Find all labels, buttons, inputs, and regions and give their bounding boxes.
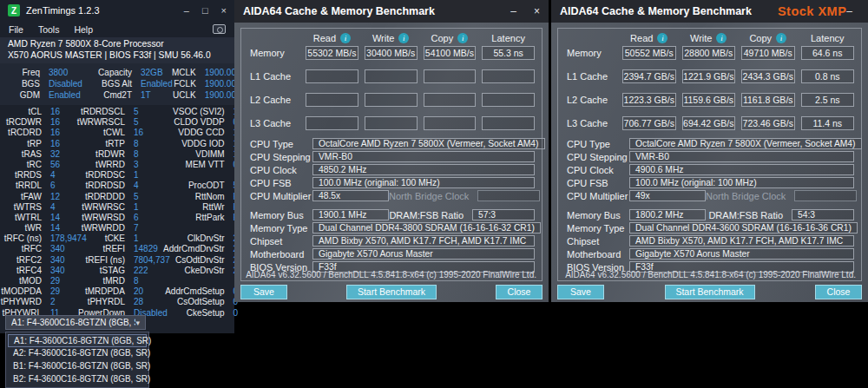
benchmark-value-box [306, 116, 358, 130]
timing-label: tCKE [80, 233, 125, 244]
summary-label: FCLK [172, 78, 196, 89]
timing-value: 16 [42, 107, 80, 117]
timing-label: RttPark [163, 213, 225, 223]
close-icon[interactable]: × [221, 5, 227, 16]
minimize-icon[interactable]: – [846, 5, 852, 17]
info-row: MotherboardGigabyte X570 Aorus Master [565, 248, 854, 260]
save-button[interactable]: Save [557, 285, 604, 299]
timing-value: 4 [42, 170, 80, 181]
benchmark-row: L1 Cache2394.7 GB/s1221.9 GB/s2434.3 GB/… [565, 69, 854, 83]
timing-label: VDIMM [163, 149, 225, 160]
summary-value: Disabled [40, 78, 89, 89]
close-button[interactable]: Close [496, 285, 542, 299]
timing-label: CkeSetup [163, 308, 225, 319]
info-icon[interactable]: i [457, 33, 468, 43]
timing-value: 8 [125, 149, 163, 160]
zentimings-titlebar: Z ZenTimings 1.2.3 – □ × [0, 0, 234, 21]
info-value-box: AMD Bixby X570, AMD K17.7 FCH, AMD K17.7… [312, 235, 535, 247]
memory-summary-grid: Freq3800Capacity32GBMCLK1900.00BGSDisabl… [0, 63, 234, 105]
dram-slot-option[interactable]: B1: F4-3600C16-8GTZN (8GB, SR) [8, 359, 147, 372]
benchmark-value-box: 50552 MB/s [622, 46, 676, 60]
benchmark-row-label: Memory [565, 48, 622, 58]
start-benchmark-button[interactable]: Start Benchmark [665, 285, 755, 299]
benchmark-value-boxes: 55302 MB/s30400 MB/s54100 MB/s55.3 ns [306, 46, 535, 60]
info-row-label: Chipset [565, 236, 629, 247]
dram-slot-option[interactable]: B2: F4-3600C16-8GTZN (8GB, SR) [8, 372, 147, 385]
info-icon[interactable]: i [776, 33, 786, 43]
dram-slot-dropdown: A1: F4-3600C16-8GTZN (8GB, SR)A2: F4-360… [5, 332, 149, 388]
timing-label: tFAW [5, 192, 42, 202]
benchmark-value-box: 2394.7 GB/s [622, 69, 676, 83]
benchmark-panel: ReadiWriteiCopyiLatency Memory50552 MB/s… [557, 28, 862, 281]
timing-label: tREFI (ns) [80, 255, 125, 266]
benchmark-rows: Memory55302 MB/s30400 MB/s54100 MB/s55.3… [248, 46, 535, 130]
info-row-label: CPU Type [565, 139, 629, 149]
info-icon[interactable]: i [716, 33, 727, 43]
start-benchmark-button[interactable]: Start Benchmark [346, 285, 437, 299]
timing-label: CLDO VDDP [163, 117, 225, 128]
minimize-icon[interactable]: – [510, 5, 516, 17]
zentimings-window-title: ZenTimings 1.2.3 [26, 5, 178, 16]
benchmark-row: L3 Cache706.77 GB/s694.42 GB/s723.46 GB/… [565, 116, 854, 130]
summary-label: MCLK [172, 67, 196, 78]
menu-help[interactable]: Help [74, 24, 93, 35]
bench-column-label: Read [630, 33, 653, 43]
close-button[interactable]: Close [815, 285, 862, 299]
timing-label: tMRDPDA [80, 286, 125, 297]
dram-slot-select[interactable]: A1: F4-3600C16-8GTZN (8GB, SR) ▾ [5, 315, 146, 330]
benchmark-column-headers: ReadiWriteiCopyiLatency [306, 32, 535, 43]
timing-value: 16 [42, 117, 80, 128]
chevron-down-icon: ▾ [135, 319, 140, 327]
timing-label: tRRDL [5, 181, 42, 191]
timing-value: 14829 [125, 244, 163, 254]
benchmark-value-box: 54100 MB/s [424, 46, 477, 60]
benchmark-value-box: 2.5 ns [801, 93, 855, 107]
save-button[interactable]: Save [240, 285, 287, 299]
menu-file[interactable]: File [9, 24, 23, 35]
timing-value: 178,9474 [42, 233, 80, 244]
info-row: Memory Bus1900.1 MHzDRAM:FSB Ratio57:3 [248, 209, 535, 220]
bench-column-header: Latency [482, 33, 535, 43]
close-icon[interactable]: × [534, 5, 540, 17]
info-value-box: VMR-B0 [629, 151, 854, 162]
benchmark-value-box: 694.42 GB/s [682, 116, 736, 130]
dram-slot-option[interactable]: A2: F4-3600C16-8GTZN (8GB, SR) [8, 347, 147, 360]
version-footer: AIDA64 v6.32.5600 / BenchDLL 4.5.841.8-x… [565, 270, 856, 279]
benchmark-value-boxes: 2394.7 GB/s1221.9 GB/s2434.3 GB/s0.8 ns [622, 69, 854, 83]
minimize-icon[interactable]: – [184, 5, 189, 16]
timing-label: tMRD [80, 276, 125, 286]
info-row: Memory TypeDual Channel DDR4-3800 SDRAM … [248, 222, 535, 233]
screenshot-icon[interactable] [213, 24, 226, 34]
info-secondary-label: DRAM:FSB Ratio [389, 210, 472, 220]
dram-slot-option[interactable]: A1: F4-3600C16-8GTZN (8GB, SR) [8, 334, 147, 347]
benchmark-value-box: 1221.9 GB/s [682, 69, 736, 83]
timing-value: 1 [125, 233, 163, 244]
timing-value: 29 [42, 276, 80, 286]
stock-xmp-label: Stock XMP [778, 4, 846, 18]
timing-label: ProcODT [163, 181, 225, 191]
info-icon[interactable]: i [340, 33, 351, 43]
menu-tools[interactable]: Tools [38, 24, 60, 35]
info-row-label: CPU FSB [565, 178, 629, 188]
bench-column-label: Latency [811, 33, 845, 43]
info-row: ChipsetAMD Bixby X570, AMD K17.7 FCH, AM… [565, 235, 854, 247]
timing-value: 4 [125, 181, 163, 191]
info-row-label: CPU Stepping [565, 152, 629, 162]
summary-label: Freq [5, 67, 40, 78]
timing-label: tWTRL [5, 213, 42, 223]
timing-value: 20 [125, 286, 163, 297]
info-row: Memory Bus1800.2 MHzDRAM:FSB Ratio54:3 [565, 209, 854, 220]
info-secondary-value-box: 57:3 [472, 209, 535, 220]
info-row: CPU Clock4850.2 MHz [248, 164, 535, 175]
benchmark-row: Memory50552 MB/s28800 MB/s49710 MB/s64.6… [565, 46, 854, 60]
timing-label: tRP [5, 139, 42, 149]
benchmark-value-box: 55.3 ns [482, 46, 535, 60]
timing-label [163, 276, 225, 286]
memory-timings-grid: tCL16tRDRDSCL5VSOC (SVI2)1.0813VtRCDWR16… [0, 105, 234, 319]
benchmark-value-box [482, 69, 535, 83]
benchmark-rows: Memory50552 MB/s28800 MB/s49710 MB/s64.6… [565, 46, 854, 130]
timing-label: tRDRDSD [80, 181, 125, 191]
maximize-icon[interactable]: □ [202, 5, 208, 16]
info-icon[interactable]: i [398, 33, 409, 43]
info-icon[interactable]: i [657, 33, 667, 43]
